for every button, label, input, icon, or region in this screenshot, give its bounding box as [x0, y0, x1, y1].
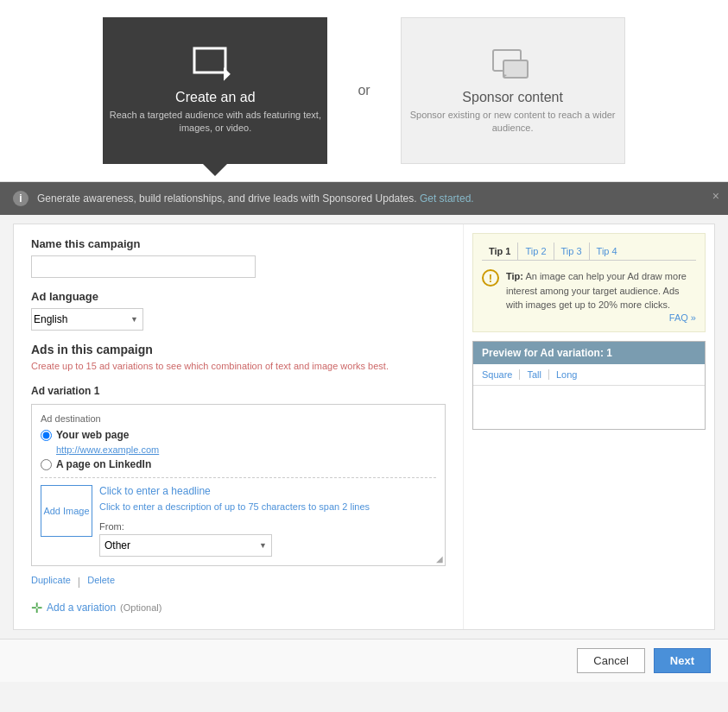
- card-arrow: [203, 164, 227, 176]
- main-content: Name this campaign Ad language English F…: [13, 224, 715, 630]
- ad-box: Ad destination Your web page http://www.…: [31, 404, 446, 565]
- faq-link[interactable]: FAQ »: [669, 312, 696, 323]
- campaign-name-label: Name this campaign: [31, 237, 446, 250]
- ads-section-title: Ads in this campaign: [31, 343, 446, 356]
- ad-destination-divider: [41, 477, 436, 478]
- preview-content: [473, 386, 705, 429]
- info-message: Generate awareness, build relationships,…: [37, 192, 474, 205]
- ad-content-area: Add Image Click to enter a headline Clic…: [41, 485, 436, 556]
- get-started-link[interactable]: Get started.: [420, 192, 474, 205]
- duplicate-button[interactable]: Duplicate: [31, 575, 71, 588]
- tip-tab-1[interactable]: Tip 1: [482, 243, 518, 260]
- ad-language-label: Ad language: [31, 290, 446, 303]
- delete-button[interactable]: Delete: [87, 575, 115, 588]
- info-icon: i: [13, 191, 28, 206]
- next-button[interactable]: Next: [654, 648, 711, 673]
- action-divider: |: [78, 575, 80, 588]
- add-variation-link[interactable]: Add a variation: [47, 602, 116, 614]
- preview-tab-square[interactable]: Square: [482, 369, 520, 380]
- close-icon[interactable]: ×: [712, 189, 719, 203]
- top-section: Create an ad Reach a targeted audience w…: [0, 0, 728, 181]
- from-select[interactable]: Other Company Page 1 Company Page 2: [99, 534, 272, 557]
- tip-tab-2[interactable]: Tip 2: [518, 243, 554, 260]
- optional-label: (Optional): [120, 602, 161, 613]
- ad-box-actions: Duplicate | Delete: [31, 575, 446, 588]
- create-ad-icon: [193, 47, 237, 83]
- sponsor-icon: [491, 47, 535, 83]
- ad-text-area: Click to enter a headline Click to enter…: [99, 485, 436, 556]
- from-select-wrapper: Other Company Page 1 Company Page 2: [99, 534, 272, 557]
- desc-input[interactable]: Click to enter a description of up to 75…: [99, 501, 436, 514]
- tip-tab-3[interactable]: Tip 3: [554, 243, 590, 260]
- ads-section-sub: Create up to 15 ad variations to see whi…: [31, 360, 446, 373]
- left-panel: Name this campaign Ad language English F…: [14, 224, 464, 629]
- tip-text: Tip: An image can help your Ad draw more…: [506, 269, 696, 312]
- web-page-url[interactable]: http://www.example.com: [56, 444, 436, 455]
- cancel-button[interactable]: Cancel: [577, 648, 644, 673]
- sponsor-desc: Sponsor existing or new content to reach…: [402, 109, 624, 135]
- linkedin-page-radio[interactable]: [41, 459, 52, 470]
- preview-header: Preview for Ad variation: 1: [473, 342, 705, 364]
- linkedin-page-option: A page on LinkedIn: [41, 458, 436, 470]
- sponsor-content-card[interactable]: Sponsor content Sponsor existing or new …: [401, 17, 625, 164]
- language-select-wrapper: English French German Spanish: [31, 308, 143, 331]
- tip-faq: FAQ »: [482, 312, 696, 323]
- info-text: Generate awareness, build relationships,…: [37, 192, 417, 205]
- tip-warn-icon: !: [482, 269, 499, 287]
- create-ad-card[interactable]: Create an ad Reach a targeted audience w…: [103, 17, 327, 164]
- from-label: From:: [99, 521, 436, 532]
- preview-tabs: Square Tall Long: [473, 364, 705, 386]
- create-ad-title: Create an ad: [175, 90, 256, 105]
- headline-input[interactable]: Click to enter a headline: [99, 485, 436, 497]
- plus-icon: ✛: [31, 600, 42, 616]
- add-variation-section: ✛ Add a variation (Optional): [31, 600, 446, 616]
- your-web-page-option: Your web page: [41, 429, 436, 441]
- tips-tabs: Tip 1 Tip 2 Tip 3 Tip 4: [482, 243, 696, 261]
- linkedin-page-label[interactable]: A page on LinkedIn: [56, 458, 151, 470]
- svg-rect-0: [194, 48, 225, 72]
- ad-destination-label: Ad destination: [41, 413, 436, 424]
- bottom-bar: Cancel Next: [0, 639, 728, 682]
- ads-section: Ads in this campaign Create up to 15 ad …: [31, 343, 446, 373]
- preview-box: Preview for Ad variation: 1 Square Tall …: [472, 341, 706, 430]
- ad-variation-title: Ad variation 1: [31, 385, 446, 397]
- info-banner: i Generate awareness, build relationship…: [0, 182, 728, 215]
- web-page-label[interactable]: Your web page: [56, 429, 129, 441]
- language-select[interactable]: English French German Spanish: [31, 308, 143, 331]
- campaign-name-group: Name this campaign: [31, 237, 446, 278]
- sponsor-title: Sponsor content: [462, 90, 563, 105]
- web-page-radio[interactable]: [41, 430, 52, 441]
- tips-box: Tip 1 Tip 2 Tip 3 Tip 4 ! Tip: An image …: [472, 233, 706, 332]
- ad-variation-1-group: Ad variation 1 Ad destination Your web p…: [31, 385, 446, 587]
- right-panel: Tip 1 Tip 2 Tip 3 Tip 4 ! Tip: An image …: [464, 224, 714, 629]
- add-image-button[interactable]: Add Image: [41, 485, 92, 537]
- or-label: or: [345, 83, 383, 98]
- main-inner: Name this campaign Ad language English F…: [14, 224, 714, 629]
- tip-content: ! Tip: An image can help your Ad draw mo…: [482, 269, 696, 312]
- campaign-name-input[interactable]: [31, 255, 256, 278]
- create-ad-desc: Reach a targeted audience with ads featu…: [103, 109, 327, 135]
- resize-handle: ◢: [436, 554, 443, 564]
- tip-tab-4[interactable]: Tip 4: [590, 243, 624, 260]
- ad-language-group: Ad language English French German Spanis…: [31, 290, 446, 331]
- preview-tab-tall[interactable]: Tall: [527, 369, 549, 380]
- preview-tab-long[interactable]: Long: [556, 369, 584, 380]
- svg-rect-4: [503, 60, 528, 78]
